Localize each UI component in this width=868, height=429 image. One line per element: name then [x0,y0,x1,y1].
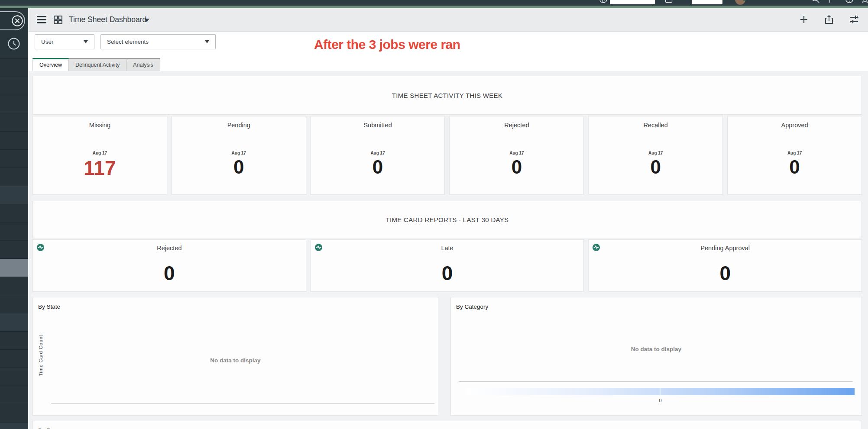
chevron-down-icon [205,40,209,43]
topbar-input-2[interactable] [692,0,722,4]
star-icon[interactable] [860,0,868,4]
sidebar-row[interactable] [0,349,28,368]
kpi-label: Rejected [450,122,583,129]
kpi-label: Late [311,245,584,252]
no-data-text: No data to display [451,346,862,352]
kpi-row-activity: Missing Aug 17 117 Pending Aug 17 0 Subm… [32,116,862,195]
kpi-date: Aug 17 [450,151,583,155]
sidebar-row[interactable] [0,368,28,386]
user-dropdown[interactable]: User [35,34,94,49]
kpi-date: Aug 17 [311,151,445,155]
sidebar-row[interactable] [0,258,28,277]
kpi-label: Recalled [589,122,722,129]
kpi-value: 117 [33,156,167,180]
tab-bar: Overview Delinquent Activity Analysis [28,58,868,71]
annotation-text: After the 3 jobs were ran [314,37,460,52]
topbar-input[interactable] [610,0,655,4]
add-icon[interactable] [799,14,809,25]
dashboard-content: TIME SHEET ACTIVITY THIS WEEK Missing Au… [28,71,868,429]
status-dot [742,0,746,1]
kpi-card-submitted[interactable]: Submitted Aug 17 0 [311,116,445,195]
dashboard-toolbar: Time Sheet Dashboard [28,8,868,32]
section-title-activity: TIME SHEET ACTIVITY THIS WEEK [32,76,862,115]
chart-by-category[interactable]: By Category No data to display 0 [450,297,862,416]
title-caret-icon[interactable] [144,19,149,22]
kpi-value: 0 [728,156,862,178]
section-title-timecard-reports: TIME CARD REPORTS - LAST 30 DAYS [32,201,862,238]
kpi-value: 0 [311,261,584,285]
help-icon[interactable] [845,0,854,4]
clock-icon[interactable] [7,37,20,50]
kpi-value: 0 [33,261,306,285]
globe-icon [599,0,608,4]
kpi-label: Approved [728,122,862,129]
kpi-card-missing[interactable]: Missing Aug 17 117 [32,116,167,195]
sidebar-row[interactable] [0,313,28,331]
sidebar-row[interactable] [0,168,28,186]
kpi-value: 0 [172,156,306,178]
tab-delinquent-activity[interactable]: Delinquent Activity [69,58,126,71]
kpi-card-rejected[interactable]: Rejected Aug 17 0 [449,116,584,195]
sidebar-rows [0,58,28,429]
sidebar-row[interactable] [0,277,28,295]
chart-title: By State [38,303,60,310]
top-app-strip [0,0,868,6]
kpi-card-report-late[interactable]: Late 0 [311,239,584,292]
kpi-value: 0 [311,156,445,178]
kpi-value: 0 [589,156,722,178]
sidebar-row[interactable] [0,113,28,131]
sidebar-row[interactable] [0,222,28,240]
chart-by-resource[interactable]: By Resource [32,421,862,429]
tab-analysis[interactable]: Analysis [126,58,160,71]
menu-icon[interactable] [37,16,46,23]
sidebar-row[interactable] [0,404,28,422]
chart-by-state[interactable]: By State Time Card Count No data to disp… [32,297,438,416]
sidebar-row[interactable] [0,422,28,429]
kpi-label: Pending Approval [589,245,862,252]
sidebar-row[interactable] [0,331,28,349]
kpi-card-approved[interactable]: Approved Aug 17 0 [727,116,862,195]
search-icon[interactable] [811,0,820,4]
kpi-label: Submitted [311,122,445,129]
select-elements-dropdown[interactable]: Select elements [100,34,216,49]
page-title: Time Sheet Dashboard [69,15,146,24]
sidebar-row[interactable] [0,295,28,313]
user-dropdown-value: User [41,39,54,45]
close-circle-icon[interactable] [11,15,23,27]
kpi-card-report-pending-approval[interactable]: Pending Approval 0 [588,239,862,292]
kpi-card-pending[interactable]: Pending Aug 17 0 [172,116,306,195]
kpi-card-recalled[interactable]: Recalled Aug 17 0 [588,116,723,195]
sidebar-row[interactable] [0,58,28,77]
kpi-value: 0 [589,261,862,285]
sidebar-row[interactable] [0,131,28,149]
sidebar-row[interactable] [0,386,28,404]
no-data-text: No data to display [33,357,438,364]
legend-tick [661,388,661,395]
y-axis-label: Time Card Count [38,332,43,379]
chevron-down-icon [84,40,88,43]
tab-overview[interactable]: Overview [32,58,69,71]
dashboard-grid-icon[interactable] [53,15,63,25]
sidebar-row[interactable] [0,204,28,222]
sidebar-row[interactable] [0,186,28,204]
sidebar-row[interactable] [0,95,28,113]
kpi-row-reports: Rejected 0 Late 0 Pending Approval 0 [32,239,862,292]
kpi-date: Aug 17 [172,151,306,155]
legend-tick-label: 0 [466,398,855,403]
flag-icon[interactable] [827,0,837,4]
chart-title: By Category [456,303,488,310]
kpi-card-report-rejected[interactable]: Rejected 0 [32,239,306,292]
chart-title: By Resource [38,427,71,429]
share-icon[interactable] [824,14,834,25]
kpi-date: Aug 17 [589,151,722,155]
sidebar-row[interactable] [0,240,28,258]
kpi-label: Pending [172,122,306,129]
calendar-icon [664,0,673,4]
x-axis-line [51,403,434,404]
settings-sliders-icon[interactable] [849,14,859,25]
avatar[interactable] [735,0,745,5]
gradient-legend-bar [466,388,855,395]
sidebar-row[interactable] [0,149,28,168]
sidebar-row[interactable] [0,77,28,95]
kpi-label: Rejected [33,245,306,252]
